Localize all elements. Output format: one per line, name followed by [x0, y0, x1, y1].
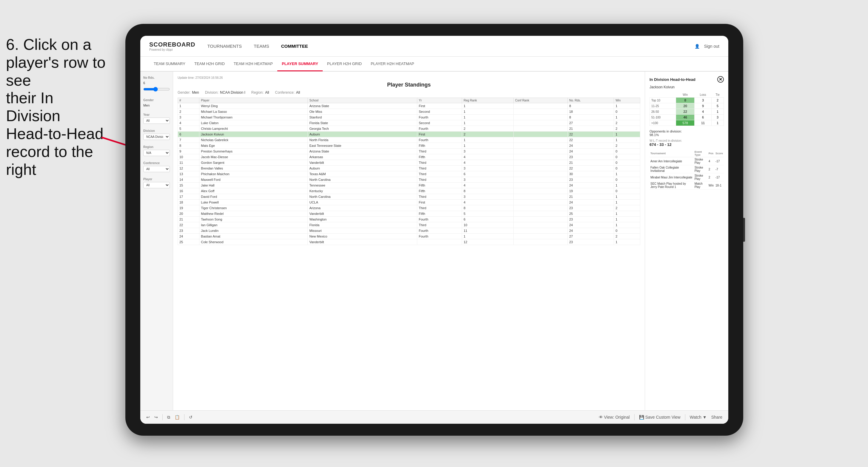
h2h-row: 26-50 22 4 1 — [650, 109, 724, 115]
table-row[interactable]: 7 Nicholas Gabrelick North Florida Fourt… — [178, 137, 640, 143]
tab-player-summary[interactable]: PLAYER SUMMARY — [277, 57, 323, 71]
undo-button[interactable]: ↩ — [146, 415, 150, 419]
cell-yr: Fifth — [417, 143, 462, 149]
cell-conf — [514, 239, 567, 245]
h2h-stats-table: Win Loss Tie Top 10 8 3 2 11-25 20 9 5 2… — [650, 92, 724, 126]
col-yr: Yr — [417, 98, 462, 103]
tab-team-h2h-grid[interactable]: TEAM H2H GRID — [190, 57, 229, 71]
col-conf-rank: Conf Rank — [514, 98, 567, 103]
table-row[interactable]: 6 Jackson Koivun Auburn First 2 22 1 — [178, 132, 640, 137]
col-school: School — [308, 98, 417, 103]
table-row[interactable]: 8 Mats Ege East Tennessee State Fifth 1 … — [178, 143, 640, 149]
table-row[interactable]: 3 Michael Thorbjornsen Stanford Fourth 1… — [178, 115, 640, 120]
table-row[interactable]: 22 Ian Gilligan Florida Third 10 24 1 — [178, 222, 640, 228]
table-row[interactable]: 5 Christo Lamprecht Georgia Tech Fourth … — [178, 126, 640, 132]
share-button[interactable]: Share — [711, 415, 722, 419]
cell-player: Gordon Sargent — [199, 160, 308, 166]
h2h-row: 51-100 46 6 3 — [650, 115, 724, 120]
table-row[interactable]: 16 Alex Goff Kentucky Fifth 8 19 0 — [178, 188, 640, 194]
cell-yr: Third — [417, 194, 462, 199]
cell-reg: 8 — [462, 188, 514, 194]
table-row[interactable]: 9 Preston Summerhays Arizona State Third… — [178, 149, 640, 154]
cell-conf — [514, 199, 567, 205]
sign-out-button[interactable]: Sign out — [704, 44, 719, 49]
table-row[interactable]: 10 Jacob Mac-Diesse Arkansas Fifth 4 23 … — [178, 154, 640, 160]
nav-teams[interactable]: TEAMS — [254, 42, 269, 50]
cell-reg: 1 — [462, 137, 514, 143]
table-row[interactable]: 11 Gordon Sargent Vanderbilt Third 4 21 … — [178, 160, 640, 166]
refresh-button[interactable]: ↺ — [189, 415, 192, 419]
logo-subtitle: Powered by clippi — [149, 48, 195, 51]
nav-tournaments[interactable]: TOURNAMENTS — [207, 42, 242, 50]
tourn-col-type: Event Type — [694, 150, 708, 157]
sidebar-region: Region N/A — [143, 145, 170, 156]
table-row[interactable]: 19 Tiger Christensen Arizona Third 8 23 … — [178, 205, 640, 211]
watch-button[interactable]: Watch ▼ — [690, 415, 707, 419]
cell-conf — [514, 109, 567, 115]
table-row[interactable]: 4 Luke Claton Florida State Second 1 27 … — [178, 120, 640, 126]
table-row[interactable]: 14 Maxwell Ford North Carolina Third 3 2… — [178, 177, 640, 183]
paste-button[interactable]: 📋 — [175, 415, 180, 419]
toolbar-sep-3 — [634, 414, 634, 420]
redo-button[interactable]: ↪ — [154, 415, 158, 419]
cell-yr — [417, 239, 462, 245]
cell-yr: Fifth — [417, 211, 462, 217]
cell-conf — [514, 137, 567, 143]
cell-rds: 21 — [567, 160, 614, 166]
table-row[interactable]: 20 Matthew Riedel Vanderbilt Fifth 5 25 … — [178, 211, 640, 217]
save-custom-view-button[interactable]: 💾 Save Custom View — [639, 415, 681, 419]
cell-reg: 1 — [462, 109, 514, 115]
player-select[interactable]: All — [143, 182, 170, 188]
nav-committee[interactable]: COMMITTEE — [281, 42, 308, 50]
view-original-button[interactable]: 👁 View: Original — [599, 415, 630, 419]
region-select[interactable]: N/A — [143, 150, 170, 156]
table-row[interactable]: 18 Luke Powell UCLA First 4 24 1 — [178, 199, 640, 205]
cell-player: David Ford — [199, 194, 308, 199]
cell-win: 0 — [614, 154, 640, 160]
cell-yr: First — [417, 132, 462, 137]
cell-rds: 8 — [567, 115, 614, 120]
sidebar-division: Division NCAA Division I — [143, 129, 170, 140]
cell-player: Maxwell Ford — [199, 177, 308, 183]
tab-team-summary[interactable]: TEAM SUMMARY — [149, 57, 190, 71]
year-select[interactable]: All — [143, 118, 170, 124]
tab-player-h2h-grid[interactable]: PLAYER H2H GRID — [323, 57, 366, 71]
division-label: Division — [143, 129, 170, 132]
table-row[interactable]: 2 Michael La Sasso Ole Miss Second 1 18 … — [178, 109, 640, 115]
no-rds-slider[interactable] — [143, 87, 170, 92]
cell-reg: 2 — [462, 126, 514, 132]
table-row[interactable]: 17 David Ford North Carolina Third 3 21 … — [178, 194, 640, 199]
bottom-toolbar: ↩ ↪ ⧉ 📋 ↺ 👁 View: Original 💾 Save Custom… — [140, 410, 728, 424]
h2h-close-button[interactable]: ✕ — [717, 76, 724, 83]
cell-school: Missouri — [308, 228, 417, 234]
table-row[interactable]: 13 Phichaksn Maichon Texas A&M Third 6 3… — [178, 171, 640, 177]
cell-win: 0 — [614, 109, 640, 115]
cell-rds: 27 — [567, 234, 614, 239]
tab-player-h2h-heatmap[interactable]: PLAYER H2H HEATMAP — [366, 57, 418, 71]
tourn-name: Mirabel Maui Jim Intercollegiate — [650, 174, 694, 181]
conference-select[interactable]: All — [143, 166, 170, 172]
cell-rds: 23 — [567, 177, 614, 183]
cell-num: 23 — [178, 228, 199, 234]
h2h-tie-cell: 1 — [711, 120, 723, 126]
h2h-loss-cell: 11 — [694, 120, 712, 126]
table-row[interactable]: 1 Wenyi Ding Arizona State First 1 8 1 — [178, 103, 640, 109]
cell-school: Auburn — [308, 166, 417, 171]
table-row[interactable]: 21 Taehoon Song Washington Fourth 6 23 1 — [178, 217, 640, 222]
copy-button[interactable]: ⧉ — [167, 415, 170, 420]
cell-num: 22 — [178, 222, 199, 228]
table-row[interactable]: 15 Jake Hall Tennessee Fifth 4 24 1 — [178, 183, 640, 188]
table-row[interactable]: 12 Brendan Valles Auburn Third 3 22 0 — [178, 166, 640, 171]
cell-player: Luke Claton — [199, 120, 308, 126]
top-nav: SCOREBOARD Powered by clippi TOURNAMENTS… — [140, 36, 728, 57]
tourn-name: Amer Am Intercollegiate — [650, 157, 694, 165]
cell-conf — [514, 103, 567, 109]
tab-team-h2h-heatmap[interactable]: TEAM H2H HEATMAP — [229, 57, 277, 71]
table-row[interactable]: 24 Bastian Amat New Mexico Fourth 1 27 2 — [178, 234, 640, 239]
division-select[interactable]: NCAA Division I — [143, 134, 170, 140]
table-row[interactable]: 23 Jack Lundin Missouri Fourth 11 24 0 — [178, 228, 640, 234]
table-row[interactable]: 25 Cole Sherwood Vanderbilt 12 23 1 — [178, 239, 640, 245]
sidebar-gender: Gender Men — [143, 98, 170, 108]
cell-rds: 24 — [567, 143, 614, 149]
cell-rds: 23 — [567, 239, 614, 245]
